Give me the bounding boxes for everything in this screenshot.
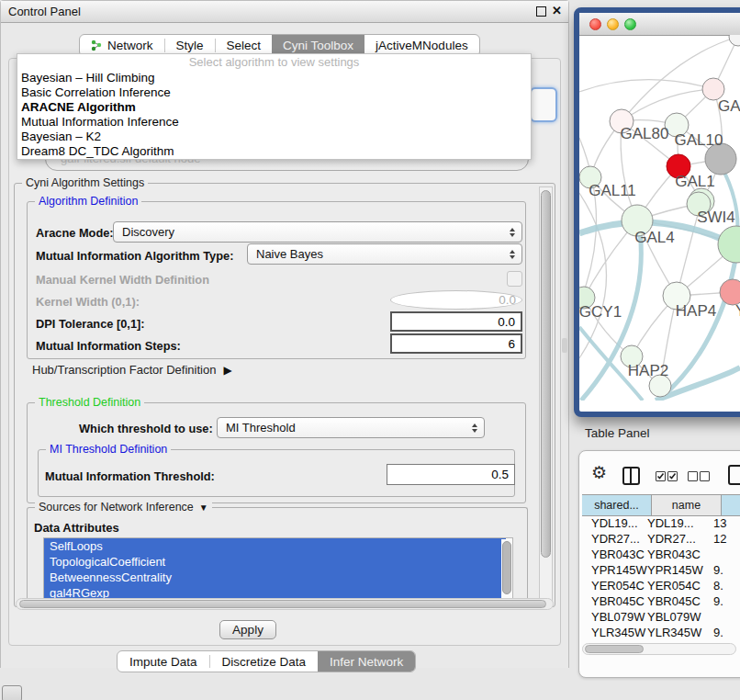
dropdown-item[interactable]: Mutual Information Inference bbox=[17, 115, 531, 130]
cell: 9. bbox=[713, 625, 739, 640]
list-item[interactable]: BetweennessCentrality bbox=[44, 570, 506, 585]
tab-discretize-data[interactable]: Discretize Data bbox=[210, 651, 319, 672]
kernel-width-value: 0.0 bbox=[499, 293, 516, 307]
cell bbox=[713, 547, 739, 562]
select-all-checkbox-icon[interactable] bbox=[656, 471, 666, 481]
settings-vertical-scrollbar-thumb[interactable] bbox=[541, 190, 551, 558]
table-row[interactable]: YPR145WYPR145W9. bbox=[582, 562, 740, 578]
which-threshold-combo[interactable]: MI Threshold bbox=[217, 417, 485, 438]
table-row[interactable]: YDR27...YDR27...12 bbox=[582, 531, 740, 547]
sources-expander[interactable]: Sources for Network Inference ▼ bbox=[35, 501, 212, 514]
hub-definition-label: Hub/Transcription Factor Definition bbox=[32, 363, 216, 377]
cell: YPR145W bbox=[647, 562, 713, 578]
cell: 9. bbox=[713, 562, 739, 578]
float-window-icon[interactable] bbox=[536, 6, 546, 17]
list-scrollbar[interactable] bbox=[501, 539, 511, 600]
table-row[interactable]: YDL19...YDL19...13 bbox=[582, 515, 740, 531]
dropdown-item[interactable]: Bayesian – Hill Climbing bbox=[17, 71, 531, 85]
desktop: Control Panel ✕ galFiltered.sif default … bbox=[0, 0, 740, 700]
cell: 13 bbox=[713, 515, 739, 531]
select-all-checkbox-icon[interactable] bbox=[667, 471, 678, 481]
aracne-mode-value: Discovery bbox=[122, 225, 174, 239]
close-traffic-light-icon[interactable] bbox=[589, 18, 601, 30]
node-label: GCY1 bbox=[579, 303, 622, 321]
docked-panel-icon[interactable] bbox=[2, 685, 22, 700]
cell: YBR045C bbox=[582, 593, 647, 609]
group-title: MI Threshold Definition bbox=[46, 443, 171, 456]
gear-icon[interactable]: ⚙ bbox=[591, 464, 607, 481]
close-icon[interactable]: ✕ bbox=[552, 4, 562, 17]
table-horizontal-scrollbar[interactable] bbox=[582, 643, 736, 655]
column-header-clipped[interactable]: A bbox=[722, 495, 740, 515]
apply-button-label: Apply bbox=[232, 623, 263, 637]
table-row[interactable]: YER054CYER054C8. bbox=[582, 578, 740, 593]
table-row[interactable]: YBR043CYBR043C bbox=[582, 547, 740, 562]
sources-title: Sources for Network Inference bbox=[39, 501, 194, 514]
tab-infer-network-label: Infer Network bbox=[330, 655, 403, 669]
tab-select-label: Select bbox=[227, 39, 262, 52]
list-scrollbar-thumb[interactable] bbox=[502, 541, 511, 594]
cell: YER054C bbox=[582, 578, 647, 593]
tab-impute-data-label: Impute Data bbox=[129, 655, 197, 669]
list-item[interactable]: SelfLoops bbox=[44, 538, 506, 554]
cell: YDL19... bbox=[582, 515, 647, 531]
network-window-titlebar[interactable] bbox=[579, 13, 740, 36]
table-horizontal-scrollbar-thumb[interactable] bbox=[585, 645, 644, 653]
cell: YDR27... bbox=[582, 531, 647, 547]
tab-infer-network[interactable]: Infer Network bbox=[318, 651, 415, 672]
expand-right-icon: ▶ bbox=[223, 364, 231, 377]
table-row[interactable]: YLR345WYLR345W9. bbox=[582, 625, 740, 640]
node-label: HAP4 bbox=[676, 302, 716, 320]
settings-horizontal-scrollbar[interactable] bbox=[16, 598, 554, 610]
node-label: SWI4 bbox=[697, 209, 735, 226]
splitter-handle[interactable] bbox=[562, 338, 567, 353]
mi-threshold-field[interactable]: 0.5 bbox=[387, 464, 515, 485]
dropdown-item[interactable]: Bayesian – K2 bbox=[17, 130, 531, 144]
control-panel-window: Control Panel ✕ galFiltered.sif default … bbox=[0, 0, 569, 668]
dpi-tolerance-field[interactable]: 0.0 bbox=[390, 311, 522, 332]
node-label: GAL10 bbox=[675, 131, 723, 149]
window-title: Control Panel bbox=[1, 5, 81, 18]
network-canvas[interactable]: GAL GAL80 GAL10 GAL1 GAL11 GAL4 SWI4 GCY… bbox=[579, 35, 740, 401]
cell: YBR043C bbox=[647, 547, 713, 562]
split-columns-icon[interactable] bbox=[622, 467, 640, 485]
deselect-all-checkbox-icon[interactable] bbox=[688, 471, 698, 481]
apply-button[interactable]: Apply bbox=[219, 620, 276, 639]
hidden-focused-combo[interactable] bbox=[530, 87, 557, 122]
table-header-row: shared... name A bbox=[582, 494, 740, 516]
tab-jactivemnodules-label: jActiveMNodules bbox=[376, 39, 468, 52]
dpi-tolerance-label: DPI Tolerance [0,1]: bbox=[36, 317, 145, 331]
kernel-width-label: Kernel Width (0,1): bbox=[36, 295, 140, 309]
minimize-traffic-light-icon[interactable] bbox=[607, 18, 619, 30]
settings-vertical-scrollbar[interactable] bbox=[539, 186, 553, 602]
tab-impute-data[interactable]: Impute Data bbox=[118, 651, 209, 672]
aracne-mode-combo[interactable]: Discovery bbox=[113, 221, 522, 243]
kernel-width-field[interactable]: 0.0 bbox=[390, 290, 522, 310]
table-row[interactable]: YBL079WYBL079W bbox=[582, 609, 740, 625]
control-panel-titlebar[interactable]: Control Panel ✕ bbox=[1, 1, 568, 23]
deselect-all-checkbox-icon[interactable] bbox=[700, 471, 710, 481]
dropdown-item[interactable]: Basic Correlation Inference bbox=[17, 85, 531, 100]
node-label: GAL4 bbox=[634, 229, 674, 246]
column-header-name[interactable]: name bbox=[652, 495, 722, 515]
table-row[interactable]: YBR045CYBR045C9. bbox=[582, 593, 740, 609]
zoom-traffic-light-icon[interactable] bbox=[624, 18, 636, 30]
dropdown-item-selected[interactable]: ARACNE Algorithm bbox=[17, 100, 531, 115]
mi-steps-field[interactable]: 6 bbox=[390, 333, 522, 354]
list-item[interactable]: TopologicalCoefficient bbox=[44, 554, 506, 570]
new-table-icon[interactable] bbox=[728, 465, 740, 485]
network-node[interactable] bbox=[729, 35, 740, 46]
settings-horizontal-scrollbar-thumb[interactable] bbox=[19, 600, 546, 608]
dropdown-item[interactable]: Dream8 DC_TDC Algorithm bbox=[17, 144, 531, 159]
hub-definition-expander[interactable]: Hub/Transcription Factor Definition ▶ bbox=[32, 363, 232, 377]
mi-type-combo[interactable]: Naive Bayes bbox=[247, 243, 522, 265]
column-header-shared[interactable]: shared... bbox=[582, 495, 652, 515]
algorithm-dropdown-list: Select algorithm to view settings Bayesi… bbox=[17, 53, 532, 160]
cell bbox=[713, 609, 739, 625]
which-threshold-value: MI Threshold bbox=[226, 421, 296, 435]
manual-kernel-checkbox[interactable] bbox=[507, 271, 522, 287]
cell: YPR145W bbox=[582, 562, 647, 578]
node-label: GAL1 bbox=[675, 173, 714, 190]
mi-threshold-label: Mutual Information Threshold: bbox=[45, 469, 215, 483]
network-icon bbox=[91, 40, 103, 51]
